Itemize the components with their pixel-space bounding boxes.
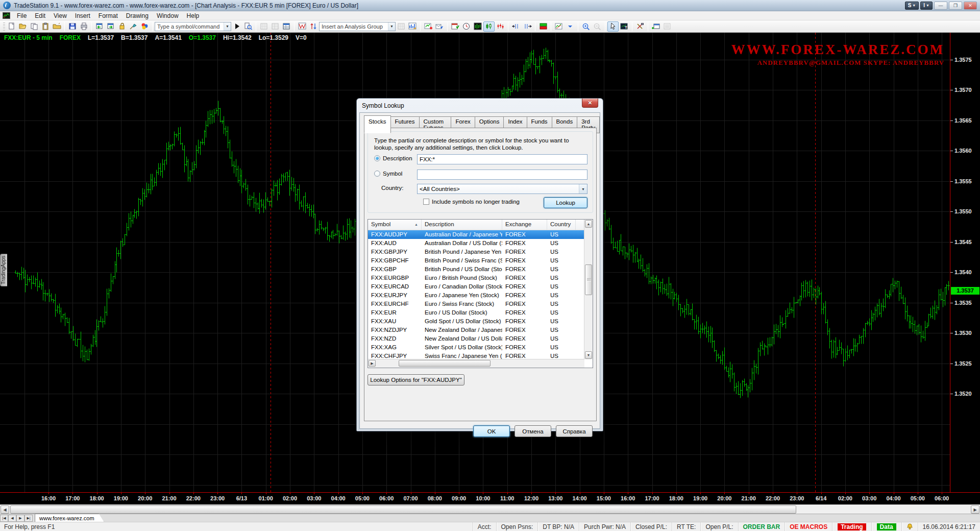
status-badge-trading[interactable]: Trading	[838, 523, 866, 530]
drawing-tools-icon[interactable]	[553, 21, 565, 32]
symbol-radio[interactable]	[374, 171, 380, 177]
paste-icon[interactable]	[40, 21, 51, 32]
description-radio[interactable]	[374, 155, 380, 161]
prev-workspace-button[interactable]: ◀	[8, 515, 16, 522]
price-axis[interactable]: 1.35751.35701.35651.35601.35551.35501.35…	[950, 33, 980, 492]
workspace-folder-icon[interactable]	[51, 21, 62, 32]
sort-icon[interactable]	[308, 21, 319, 32]
time-axis[interactable]: 16:0017:0018:0019:0020:0021:0022:0023:00…	[0, 492, 980, 504]
analysis-group-select[interactable]: Insert an Analysis Group▼	[319, 22, 396, 31]
table-row[interactable]: FXX:GBPCHFBritish Pound / Swiss Franc (S…	[368, 256, 593, 265]
menu-item-format[interactable]: Format	[94, 12, 122, 20]
time-frame-icon[interactable]	[461, 21, 472, 32]
table-row[interactable]: FXX:GBPJPYBritish Pound / Japanese Yen (…	[368, 248, 593, 256]
toolbox-icon[interactable]	[634, 21, 646, 32]
table-row[interactable]: FXX:NZDJPYNew Zealand Dollar / Japanes..…	[368, 326, 593, 334]
go-icon[interactable]	[231, 21, 242, 32]
drawing-dropdown-icon[interactable]	[565, 21, 576, 32]
next-window-icon[interactable]	[105, 21, 116, 32]
quote-board-icon[interactable]	[281, 21, 292, 32]
list-scroll-thumb[interactable]	[585, 264, 592, 295]
new-window-icon[interactable]	[650, 21, 662, 32]
table-row[interactable]: FXX:XAUGold Spot / US Dollar (Stock)FORE…	[368, 317, 593, 326]
symbol-lookup-icon[interactable]	[242, 21, 254, 32]
new-workspace-icon[interactable]	[6, 21, 17, 32]
zoom-in-icon[interactable]	[580, 21, 592, 32]
candlestick-type-icon[interactable]	[483, 21, 495, 32]
compress-right-icon[interactable]	[522, 21, 533, 32]
scroll-left-button[interactable]: ◀	[1, 505, 9, 514]
lookup-options-button[interactable]: Lookup Options for "FXX:AUDJPY"	[368, 374, 464, 385]
description-input[interactable]: FXX:*	[417, 154, 587, 164]
table-row[interactable]: FXX:EUREuro / US Dollar (Stock)FOREXUS	[368, 308, 593, 317]
help-button[interactable]: Справка	[556, 425, 593, 437]
hot-list-icon[interactable]	[297, 21, 308, 32]
last-workspace-button[interactable]: ▶|	[24, 515, 33, 522]
table-row[interactable]: FXX:EURCHFEuro / Swiss Franc (Stock)FORE…	[368, 300, 593, 308]
minimize-button[interactable]: —	[934, 2, 947, 10]
menu-item-drawing[interactable]: Drawing	[122, 12, 153, 20]
text-tool-icon[interactable]: T	[619, 21, 630, 32]
next-workspace-button[interactable]: ▶	[16, 515, 24, 522]
list-scroll-down-icon[interactable]: ▼	[585, 351, 592, 359]
tradingapps-tab[interactable]: TradingApps	[0, 254, 7, 286]
table-row[interactable]: FXX:EURGBPEuro / British Pound (Stock)FO…	[368, 274, 593, 282]
symbol-input[interactable]	[417, 170, 587, 180]
dialog-close-icon[interactable]: ✕	[582, 99, 598, 108]
status-i-button[interactable]: I▼	[920, 2, 933, 10]
print-icon[interactable]	[78, 21, 89, 32]
list-scroll-right-icon[interactable]: ▶	[369, 360, 376, 367]
dot-chart-type-icon[interactable]	[495, 21, 506, 32]
column-header-exchange[interactable]: Exchange	[502, 220, 547, 230]
table-row[interactable]: FXX:XAGSilver Spot / US Dollar (Stock)FO…	[368, 343, 593, 352]
save-all-icon[interactable]	[29, 21, 40, 32]
symbol-command-input[interactable]: Type a symbol/command▼	[155, 22, 231, 31]
send-chart-icon[interactable]	[434, 21, 445, 32]
status-badge-data[interactable]: Data	[877, 523, 896, 530]
chart-horizontal-scrollbar[interactable]: ◀ ▶	[0, 504, 980, 514]
country-select[interactable]: <All Countries> ▼	[417, 184, 587, 194]
compress-left-icon[interactable]	[510, 21, 522, 32]
column-header-description[interactable]: Description	[422, 220, 502, 230]
first-workspace-button[interactable]: |◀	[0, 515, 8, 522]
menu-item-edit[interactable]: Edit	[31, 12, 50, 20]
scroll-thumb[interactable]	[10, 505, 796, 514]
table-row[interactable]: FXX:EURCADEuro / Canadian Dollar (Stock)…	[368, 282, 593, 291]
menu-item-window[interactable]: Window	[153, 12, 183, 20]
list-horizontal-scrollbar[interactable]: ◀ ▶	[368, 359, 584, 368]
column-header-symbol[interactable]: Symbol▲	[368, 220, 422, 230]
format-painter-icon[interactable]	[128, 21, 139, 32]
strategy-chart-icon[interactable]	[407, 21, 418, 32]
include-delisted-checkbox[interactable]	[423, 199, 429, 205]
colors-icon[interactable]	[139, 21, 150, 32]
order-bar-icon[interactable]	[537, 21, 549, 32]
menu-item-view[interactable]: View	[50, 12, 71, 20]
list-vertical-scrollbar[interactable]: ▲ ▼	[584, 220, 593, 359]
chart-window-icon[interactable]	[3, 12, 10, 19]
alert-bell-segment[interactable]	[901, 522, 918, 531]
table-row[interactable]: FXX:NZDNew Zealand Dollar / US Dolla...F…	[368, 334, 593, 343]
ok-button[interactable]: OK	[473, 425, 510, 437]
bar-chart-type-icon[interactable]	[472, 21, 483, 32]
lock-icon[interactable]	[116, 21, 128, 32]
save-icon[interactable]	[67, 21, 78, 32]
column-header-country[interactable]: Country	[547, 220, 576, 230]
symbol-results-list[interactable]: Symbol▲DescriptionExchangeCountry FXX:AU…	[368, 219, 593, 368]
table-row[interactable]: FXX:AUDJPYAustralian Dollar / Japanese Y…	[368, 230, 593, 239]
cancel-button[interactable]: Отмена	[514, 425, 551, 437]
chevron-down-icon[interactable]: ▼	[388, 22, 395, 31]
menu-item-insert[interactable]: Insert	[71, 12, 94, 20]
maximize-button[interactable]: ❐	[949, 2, 962, 10]
open-workspace-icon[interactable]	[17, 21, 29, 32]
table-row[interactable]: FXX:AUDAustralian Dollar / US Dollar (St…	[368, 239, 593, 248]
table-row[interactable]: FXX:GBPBritish Pound / US Dollar (Stock)…	[368, 265, 593, 274]
menu-item-help[interactable]: Help	[183, 12, 204, 20]
list-hscroll-thumb[interactable]	[399, 360, 491, 367]
session-calendar-icon[interactable]	[450, 21, 461, 32]
tab-stocks[interactable]: Stocks	[364, 115, 391, 133]
workspace-tab[interactable]: www.forex-warez.com	[35, 514, 104, 522]
chart-alert-icon[interactable]	[423, 21, 434, 32]
chevron-down-icon[interactable]: ▼	[224, 22, 231, 31]
scroll-right-button[interactable]: ▶	[971, 505, 979, 514]
list-scroll-up-icon[interactable]: ▲	[585, 220, 592, 228]
